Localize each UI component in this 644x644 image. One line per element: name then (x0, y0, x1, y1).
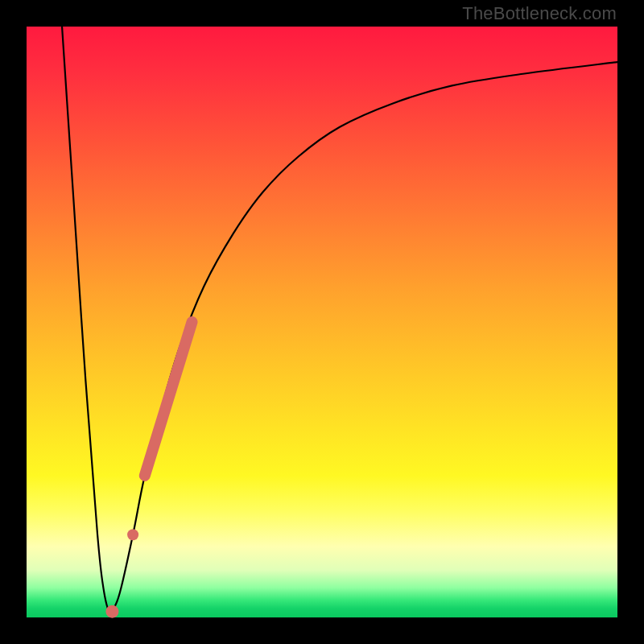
highlight-segment (145, 322, 192, 476)
highlight-dot-lower (105, 605, 118, 618)
bottleneck-curve (62, 27, 617, 613)
plot-area (27, 27, 617, 617)
watermark-text: TheBottleneck.com (462, 3, 617, 24)
chart-frame: TheBottleneck.com (0, 0, 644, 644)
highlight-dot-upper (127, 529, 138, 540)
chart-svg (27, 27, 617, 617)
